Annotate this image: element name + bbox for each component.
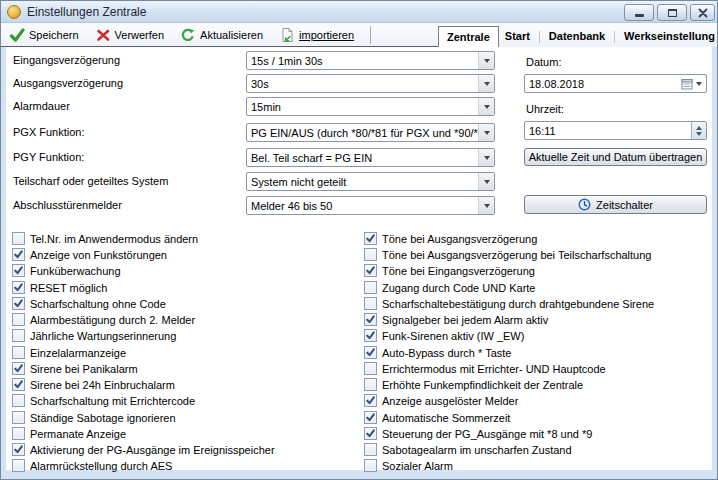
checkbox-label: Sirene bei Panikalarm [30,363,138,375]
importieren-button[interactable]: importieren [277,26,360,44]
tab-datenbank[interactable]: Datenbank [543,27,611,46]
checkbox-aktivierung-der-pg-ausgange-im-ereignisspeicher[interactable] [12,443,25,456]
checkbox-label: Jährliche Wartungserinnerung [30,330,176,342]
abschlussturenmelder-label: Abschlusstürenmelder [13,199,122,211]
toolbar-button-label: Speichern [29,29,79,41]
checkbox-permanate-anzeige[interactable] [12,427,25,440]
checkbox-errichtermodus-mit-errichter-und-hauptcode[interactable] [364,362,377,375]
toolbar-button-label: Verwerfen [115,29,165,41]
checkbox-scharfschaltung-ohne-code[interactable] [12,297,25,310]
checkbox-label: Automatische Sommerzeit [382,412,510,424]
checkbox-alarmruckstellung-durch-aes[interactable] [12,459,25,472]
checkbox-tone-bei-ausgangsverzogerung[interactable] [364,232,377,245]
discard-x-icon [95,27,111,43]
tab-bar: ZentraleStartDatenbankWerkseinstellung [438,26,718,47]
time-label: Uhrzeit: [526,103,564,115]
checkbox-signalgeber-bei-jedem-alarm-aktiv[interactable] [364,313,377,326]
checkbox-tone-bei-ausgangsverzogerung-bei-teilscharfschaltung[interactable] [364,248,377,261]
selected-value: 15min [247,101,478,113]
alarmdauer-select[interactable]: 15min [246,97,495,116]
tab-zentrale[interactable]: Zentrale [438,26,499,47]
chevron-down-icon [478,197,494,214]
checkbox-label: Töne bei Eingangsverzögerung [382,265,535,277]
time-value: 16:11 [525,125,691,137]
date-value: 18.08.2018 [525,78,681,90]
ausgangsverzogerung-label: Ausgangsverzögerung [13,77,123,89]
close-button[interactable] [690,4,715,21]
toolbar-divider-line [1,46,438,47]
clock-icon [578,198,591,211]
checkbox-scharfschaltebestatigung-durch-drahtgebundene-sirene[interactable] [364,297,377,310]
checkbox-funkuberwachung[interactable] [12,264,25,277]
transfer-datetime-button[interactable]: Aktuelle Zeit und Datum übertragen [524,148,707,166]
checkbox-scharfschaltung-mit-errichtercode[interactable] [12,394,25,407]
checkbox-label: Errichtermodus mit Errichter- UND Hauptc… [382,363,606,375]
checkbox-sozialer-alarm[interactable] [364,459,377,472]
chevron-down-icon [478,75,494,92]
checkbox-label: Sozialer Alarm [382,460,453,472]
checkbox-zugang-durch-code-und-karte[interactable] [364,281,377,294]
tab-werkseinstellung[interactable]: Werkseinstellung [618,27,718,46]
checkbox-reset-moglich[interactable] [12,281,25,294]
checkbox-label: Scharfschaltebestätigung durch drahtgebu… [382,298,654,310]
date-dropdown-icon[interactable] [696,82,702,89]
selected-value: 15s / 1min 30s [247,55,478,67]
checkbox-tel-nr-im-anwendermodus-andern[interactable] [12,232,25,245]
time-field[interactable]: 16:11 [524,121,707,140]
teilscharf-oder-geteiltes-system-select[interactable]: System nicht geteilt [246,172,495,191]
window-title: Einstellungen Zentrale [27,5,146,19]
verwerfen-button[interactable]: Verwerfen [93,26,171,44]
checkbox-erhohte-funkempfindlichkeit-der-zentrale[interactable] [364,378,377,391]
checkbox-tone-bei-eingangsverzogerung[interactable] [364,264,377,277]
tab-start[interactable]: Start [499,27,536,46]
checkbox-label: Alarmbestätigung durch 2. Melder [30,314,195,326]
selected-value: Melder 46 bis 50 [247,200,478,212]
alarmdauer-label: Alarmdauer [13,100,70,112]
checkbox-label: RESET möglich [30,282,107,294]
checkbox-label: Sabotagealarm im unscharfen Zustand [382,444,572,456]
abschlussturenmelder-select[interactable]: Melder 46 bis 50 [246,196,495,215]
checkbox-anzeige-von-funkstorungen[interactable] [12,248,25,261]
tab-separator [614,31,615,43]
minimize-button[interactable] [624,4,654,21]
pgx-funktion-select[interactable]: PG EIN/AUS (durch *80/*81 für PGX und *9… [246,123,495,142]
settings-window: Einstellungen Zentrale Speichern Verwerf… [0,0,718,480]
toolbar: Speichern Verwerfen Aktualisieren import… [7,25,371,45]
checkbox-einzelalarmanzeige[interactable] [12,346,25,359]
checkbox-label: Töne bei Ausgangsverzögerung [382,233,537,245]
time-spinner[interactable] [691,122,706,139]
chevron-down-icon [478,149,494,166]
checkbox-alarmbestatigung-durch-2-melder[interactable] [12,313,25,326]
checkbox-label: Erhöhte Funkempfindlichkeit der Zentrale [382,379,583,391]
date-label: Datum: [526,56,561,68]
checkbox-sirene-bei-24h-einbruchalarm[interactable] [12,378,25,391]
checkbox-funk-sirenen-aktiv-iw-ew[interactable] [364,329,377,342]
checkbox-label: Scharfschaltung ohne Code [30,298,166,310]
timer-button[interactable]: Zeitschalter [524,195,707,214]
checkbox-label: Alarmrückstellung durch AES [30,460,172,472]
ausgangsverzogerung-select[interactable]: 30s [246,74,495,93]
checkbox-label: Signalgeber bei jedem Alarm aktiv [382,314,548,326]
checkbox-standige-sabotage-ignorieren[interactable] [12,411,25,424]
checkbox-label: Funküberwachung [30,265,121,277]
checkbox-label: Sirene bei 24h Einbruchalarm [30,379,175,391]
pgy-funktion-label: PGY Funktion: [13,151,84,163]
checkbox-sirene-bei-panikalarm[interactable] [12,362,25,375]
selected-value: System nicht geteilt [247,176,478,188]
pgy-funktion-select[interactable]: Bel. Teil scharf = PG EIN [246,148,495,167]
checkbox-anzeige-ausgeloster-melder[interactable] [364,394,377,407]
speichern-button[interactable]: Speichern [7,26,85,44]
maximize-button[interactable] [657,4,687,21]
checkbox-jahrliche-wartungserinnerung[interactable] [12,329,25,342]
aktualisieren-button[interactable]: Aktualisieren [178,26,269,44]
pgx-funktion-label: PGX Funktion: [13,126,85,138]
checkbox-sabotagealarm-im-unscharfen-zustand[interactable] [364,443,377,456]
date-field[interactable]: 18.08.2018 [524,74,707,93]
eingangsverzogerung-select[interactable]: 15s / 1min 30s [246,51,495,70]
transfer-datetime-label: Aktuelle Zeit und Datum übertragen [529,151,703,163]
checkbox-label: Steuerung der PG_Ausgänge mit *8 und *9 [382,428,592,440]
checkbox-automatische-sommerzeit[interactable] [364,411,377,424]
checkbox-auto-bypass-durch-taste[interactable] [364,346,377,359]
checkbox-label: Permanate Anzeige [30,428,126,440]
checkbox-steuerung-der-pg-ausgange-mit-8-und-9[interactable] [364,427,377,440]
